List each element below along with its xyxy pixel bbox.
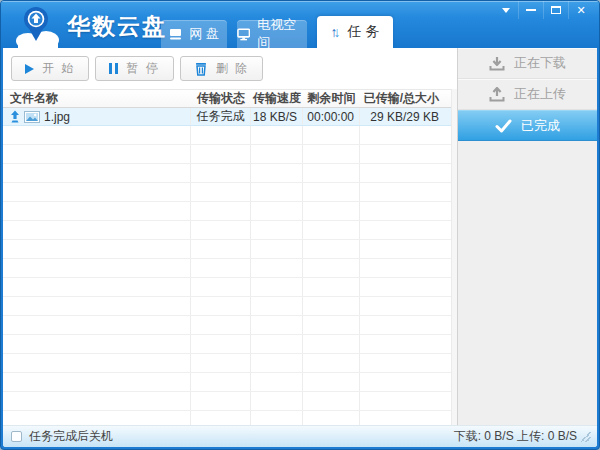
app-title: 华数云盘 (67, 11, 167, 42)
empty-cell (191, 297, 251, 315)
empty-cell (191, 202, 251, 220)
empty-cell (360, 240, 451, 258)
column-header-filename[interactable]: 文件名称 (3, 90, 191, 107)
sidebar-item-completed-label: 已完成 (521, 117, 560, 135)
task-size: 29 KB/29 KB (360, 108, 451, 125)
empty-cell (3, 392, 191, 410)
table-row-empty (3, 202, 451, 221)
empty-cell (251, 164, 303, 182)
start-button[interactable]: 开 始 (11, 56, 89, 81)
close-button[interactable]: ✕ (568, 1, 593, 19)
upload-icon (489, 87, 505, 102)
column-header-size[interactable]: 已传输/总大小 (360, 90, 451, 107)
table-header[interactable]: 文件名称 传输状态 传输速度 剩余时间 已传输/总大小 (3, 89, 451, 108)
trash-icon (194, 62, 208, 76)
delete-button-label: 删 除 (216, 60, 249, 77)
empty-cell (3, 126, 191, 144)
empty-cell (191, 411, 251, 425)
empty-cell (251, 411, 303, 425)
delete-button[interactable]: 删 除 (180, 56, 263, 81)
tab-tv-space[interactable]: 电视空间 (237, 20, 307, 48)
status-bar: 任务完成后关机 下载: 0 B/S 上传: 0 B/S (3, 425, 597, 447)
empty-cell (360, 145, 451, 163)
column-header-status[interactable]: 传输状态 (191, 90, 251, 107)
empty-cell (191, 335, 251, 353)
empty-cell (3, 259, 191, 277)
task-speed: 18 KB/S (251, 108, 303, 125)
empty-cell (303, 221, 360, 239)
table-row-task[interactable]: 1.jpg 任务完成 18 KB/S 00:00:00 29 KB/29 KB (3, 108, 451, 126)
empty-cell (251, 202, 303, 220)
empty-cell (360, 392, 451, 410)
task-table: 文件名称 传输状态 传输速度 剩余时间 已传输/总大小 (3, 89, 451, 425)
minimize-button[interactable] (518, 1, 543, 19)
title-bar[interactable]: 华数云盘 网 盘 电视空间 ↑↓ 任 务 ✕ (1, 1, 599, 48)
empty-cell (303, 202, 360, 220)
empty-cell (3, 335, 191, 353)
empty-cell (191, 316, 251, 334)
table-row-empty (3, 278, 451, 297)
sidebar-item-downloading[interactable]: 正在下载 (458, 48, 597, 79)
empty-cell (191, 183, 251, 201)
column-header-remaining[interactable]: 剩余时间 (303, 90, 360, 107)
empty-cell (3, 316, 191, 334)
maximize-icon (551, 6, 561, 14)
empty-cell (303, 411, 360, 425)
app-logo-cloud-icon (15, 4, 61, 48)
empty-cell (191, 373, 251, 391)
main-panel: 开 始 暂 停 删 除 (3, 48, 457, 425)
empty-cell (3, 278, 191, 296)
empty-cell (360, 164, 451, 182)
empty-cell (251, 278, 303, 296)
sidebar-item-uploading[interactable]: 正在上传 (458, 79, 597, 110)
empty-cell (360, 411, 451, 425)
tab-tv-space-label: 电视空间 (257, 16, 307, 52)
column-header-speed[interactable]: 传输速度 (251, 90, 303, 107)
pause-button-label: 暂 停 (126, 60, 159, 77)
empty-cell (360, 354, 451, 372)
empty-cell (360, 373, 451, 391)
empty-cell (360, 259, 451, 277)
task-status: 任务完成 (191, 108, 251, 125)
pause-button[interactable]: 暂 停 (95, 56, 173, 81)
table-row-empty (3, 183, 451, 202)
empty-cell (303, 164, 360, 182)
task-file-name: 1.jpg (44, 110, 70, 124)
close-icon: ✕ (576, 5, 585, 16)
empty-cell (191, 126, 251, 144)
empty-cell (191, 164, 251, 182)
table-row-empty (3, 259, 451, 278)
empty-cell (303, 278, 360, 296)
shutdown-checkbox[interactable] (11, 431, 22, 442)
transfer-speeds-status: 下载: 0 B/S 上传: 0 B/S (454, 428, 577, 445)
image-file-icon (24, 111, 40, 123)
empty-cell (251, 373, 303, 391)
pause-icon (109, 63, 118, 74)
menu-arrow-icon (502, 8, 510, 17)
sidebar-item-downloading-label: 正在下载 (514, 54, 566, 72)
empty-cell (360, 278, 451, 296)
empty-cell (303, 392, 360, 410)
start-button-label: 开 始 (42, 60, 75, 77)
table-row-empty (3, 392, 451, 411)
task-file-cell: 1.jpg (3, 108, 191, 125)
maximize-button[interactable] (543, 1, 568, 19)
empty-cell (251, 126, 303, 144)
empty-cell (3, 202, 191, 220)
empty-cell (251, 259, 303, 277)
table-body-empty (3, 126, 451, 425)
empty-cell (303, 183, 360, 201)
empty-cell (251, 335, 303, 353)
tab-netdisk-label: 网 盘 (189, 25, 219, 43)
empty-cell (251, 297, 303, 315)
empty-cell (303, 354, 360, 372)
tab-tasks[interactable]: ↑↓ 任 务 (317, 16, 393, 48)
resize-grip[interactable] (581, 432, 591, 442)
upload-arrow-icon (10, 110, 20, 123)
menu-button[interactable] (493, 1, 518, 19)
sidebar-item-completed[interactable]: 已完成 (458, 110, 597, 141)
empty-cell (251, 145, 303, 163)
table-row-empty (3, 335, 451, 354)
empty-cell (303, 373, 360, 391)
tab-netdisk[interactable]: 网 盘 (161, 20, 227, 48)
